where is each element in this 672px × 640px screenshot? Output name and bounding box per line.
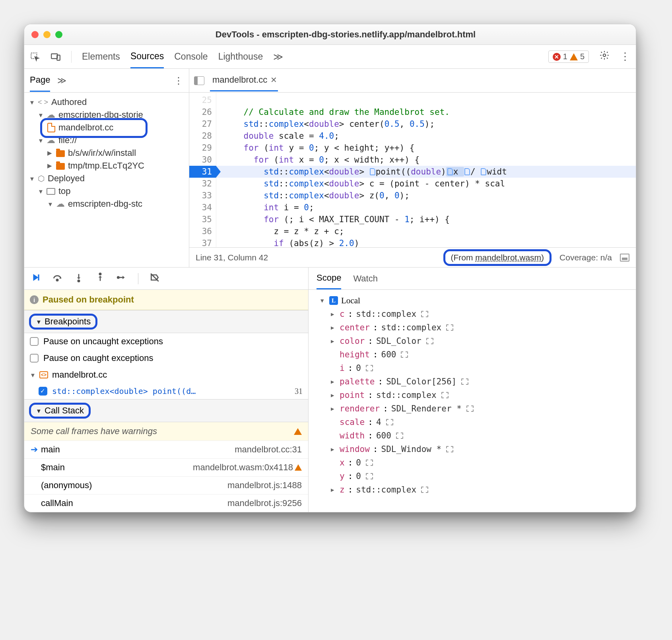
scope-var-row[interactable]: width: 600 [313,429,631,442]
memory-icon[interactable] [386,419,393,425]
scope-var-row[interactable]: ▶renderer: SDL_Renderer * [313,402,631,415]
editor-tab-mandelbrot[interactable]: mandelbrot.cc ✕ [210,70,278,91]
resume-icon[interactable] [31,272,41,285]
callstack-warning: Some call frames have warnings [24,422,308,440]
memory-icon[interactable] [366,473,373,479]
tab-sources[interactable]: Sources [130,45,164,68]
minimize-icon[interactable] [43,31,50,38]
code-area[interactable]: 25 26 27 28 29 30 31 32 33 34 35 36 37 /… [189,93,636,247]
breakpoints-header[interactable]: ▼Breakpoints [24,310,308,333]
scope-var-row[interactable]: y: 0 [313,469,631,483]
callstack-row[interactable]: callMainmandelbrot.js:9256 [24,494,308,512]
traffic-lights [31,31,62,38]
tree-folder-1[interactable]: ▶b/s/w/ir/x/w/install [27,147,186,159]
tree-domain-1[interactable]: ▼☁emscripten-dbg-storie [27,109,186,121]
scope-var-row[interactable]: ▶center: std::complex [313,321,631,334]
tab-elements[interactable]: Elements [82,46,120,68]
local-badge-icon: L [329,296,338,305]
show-console-icon[interactable] [620,254,629,262]
callstack-row[interactable]: (anonymous)mandelbrot.js:1488 [24,476,308,494]
close-tab-icon[interactable]: ✕ [270,75,277,85]
pause-uncaught-row[interactable]: Pause on uncaught exceptions [24,333,308,350]
bp-line-row[interactable]: std::complex<double> point((d…31 [24,383,308,399]
tree-authored[interactable]: ▼< >Authored [27,96,186,109]
step-icon[interactable] [117,272,127,285]
info-icon: i [30,295,39,304]
debugger-panel: i Paused on breakpoint ▼Breakpoints Paus… [24,268,309,512]
scope-var-row[interactable]: ▶window: SDL_Window * [313,442,631,456]
tree-domain-3[interactable]: ▼☁emscripten-dbg-stc [27,198,186,210]
source-mapped-from[interactable]: (From mandelbrot.wasm) [443,249,552,266]
toggle-navigator-icon[interactable] [194,76,204,85]
tab-page[interactable]: Page [30,69,50,92]
file-icon [47,123,55,132]
checkbox-icon[interactable] [30,337,39,346]
tab-watch[interactable]: Watch [353,268,378,289]
close-icon[interactable] [31,31,39,38]
tab-console[interactable]: Console [174,46,208,68]
bp-file-row[interactable]: ▼<>mandelbrot.cc [24,367,308,383]
scope-var-row[interactable]: ▶c: std::complex [313,307,631,321]
svg-point-8 [117,276,119,278]
memory-icon[interactable] [366,460,373,466]
memory-icon[interactable] [401,351,408,358]
memory-icon[interactable] [446,446,453,452]
scope-var-row[interactable]: i: 0 [313,361,631,375]
deactivate-breakpoints-icon[interactable] [150,272,160,285]
zoom-icon[interactable] [55,31,62,38]
page-more-icon[interactable]: ≫ [57,76,66,86]
paused-banner: i Paused on breakpoint [24,290,308,310]
tree-folder-2[interactable]: ▶tmp/tmp.ELcTq2YC [27,159,186,172]
callstack-row[interactable]: $mainmandelbrot.wasm:0x4118 [24,458,308,476]
callstack-row[interactable]: ➔mainmandelbrot.cc:31 [24,440,308,458]
tab-lighthouse[interactable]: Lighthouse [218,46,263,68]
step-over-icon[interactable] [52,272,62,285]
step-into-icon[interactable] [74,272,84,285]
scope-var-row[interactable]: scale: 4 [313,415,631,429]
tree-deployed[interactable]: ▼⬡Deployed [27,172,186,185]
inspect-icon[interactable] [30,52,40,62]
scope-var-row[interactable]: ▶point: std::complex [313,388,631,402]
tree-file-mandelbrot[interactable]: mandelbrot.cc [27,121,186,134]
scope-var-row[interactable]: ▶z: std::complex [313,483,631,496]
scope-var-row[interactable]: height: 600 [313,348,631,361]
memory-icon[interactable] [421,487,428,493]
scope-tabs: Scope Watch [309,268,636,290]
checkbox-icon[interactable] [30,354,39,363]
memory-icon[interactable] [446,324,453,331]
scope-var-row[interactable]: ▶palette: SDL_Color[256] [313,375,631,388]
window-title: DevTools - emscripten-dbg-stories.netlif… [62,29,629,40]
tab-scope[interactable]: Scope [317,268,341,289]
memory-icon[interactable] [396,432,403,439]
device-icon[interactable] [50,52,61,62]
source-file-icon: <> [39,371,48,378]
issues-badge[interactable]: ✕ 1 5 [548,50,589,63]
memory-icon[interactable] [366,365,373,371]
memory-icon[interactable] [421,311,428,317]
page-tabs: Page ≫ ⋮ [24,69,189,92]
memory-icon[interactable] [461,378,468,385]
memory-icon[interactable] [441,392,449,398]
more-tabs-icon[interactable]: ≫ [273,51,283,62]
tree-top[interactable]: ▼top [27,185,186,198]
gutter[interactable]: 25 26 27 28 29 30 31 32 33 34 35 36 37 [189,93,216,247]
code[interactable]: // Calculate and draw the Mandelbrot set… [216,93,636,247]
pause-caught-row[interactable]: Pause on caught exceptions [24,350,308,367]
step-out-icon[interactable] [95,272,105,285]
callstack-header[interactable]: ▼Call Stack [24,399,308,422]
body-top: ▼< >Authored ▼☁emscripten-dbg-storie man… [24,93,636,268]
editor: 25 26 27 28 29 30 31 32 33 34 35 36 37 /… [189,93,636,267]
memory-icon[interactable] [426,338,433,344]
scope-var-row[interactable]: x: 0 [313,456,631,469]
kebab-icon[interactable]: ⋮ [620,50,630,63]
scope-var-row[interactable]: ▶color: SDL_Color [313,334,631,348]
scope-panel: Scope Watch ▼LLocal ▶c: std::complex▶cen… [309,268,636,512]
page-kebab-icon[interactable]: ⋮ [174,75,183,86]
breakpoint-marker[interactable]: 31 [189,166,216,178]
checkbox-checked-icon[interactable] [39,387,47,396]
error-icon: ✕ [553,53,561,61]
memory-icon[interactable] [466,405,474,412]
tree-domain-2[interactable]: ▼☁file:// [27,134,186,147]
scope-local[interactable]: ▼LLocal [313,294,631,307]
gear-icon[interactable] [599,50,610,63]
